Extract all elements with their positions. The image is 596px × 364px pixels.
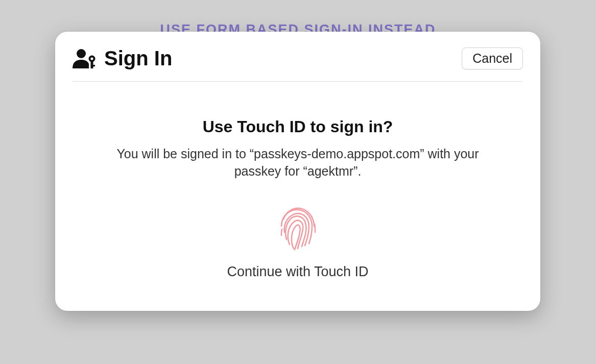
- touchid-description: You will be signed in to “passkeys-demo.…: [104, 145, 492, 180]
- continue-touchid-label: Continue with Touch ID: [227, 264, 368, 280]
- passkey-icon: [73, 48, 98, 69]
- svg-point-2: [90, 57, 93, 60]
- cancel-button[interactable]: Cancel: [462, 47, 523, 69]
- touchid-heading: Use Touch ID to sign in?: [203, 117, 393, 136]
- signin-dialog: Sign In Cancel Use Touch ID to sign in? …: [55, 32, 540, 311]
- svg-point-0: [77, 49, 86, 58]
- dialog-header: Sign In Cancel: [73, 47, 523, 81]
- dialog-body: Use Touch ID to sign in? You will be sig…: [73, 82, 523, 297]
- dialog-title: Sign In: [104, 47, 172, 70]
- fingerprint-icon[interactable]: [274, 204, 321, 253]
- title-group: Sign In: [73, 47, 172, 70]
- svg-rect-4: [93, 65, 95, 66]
- svg-rect-3: [91, 61, 93, 68]
